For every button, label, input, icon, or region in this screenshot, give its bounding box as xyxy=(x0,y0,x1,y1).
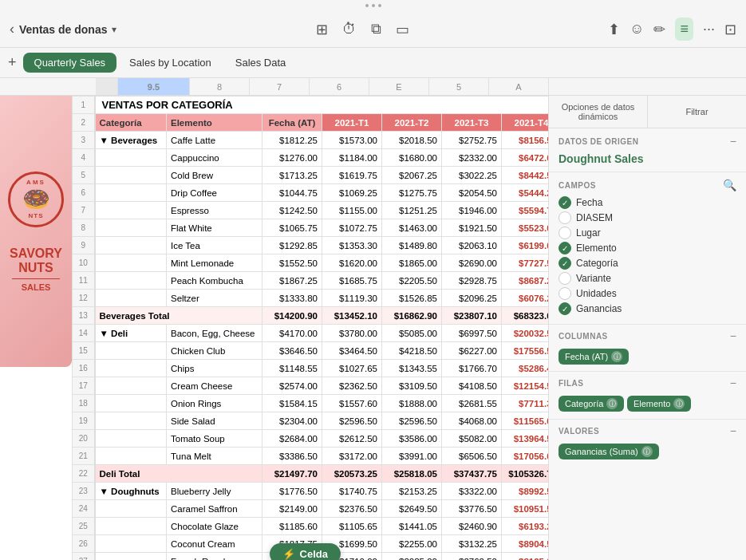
sidebar-icon[interactable]: ⊡ xyxy=(724,21,736,38)
table-row: 18Onion Rings$1584.15$1557.60$1888.00$26… xyxy=(73,395,549,412)
monitor-icon[interactable]: ▭ xyxy=(396,21,409,38)
chevron-icon[interactable]: ▾ xyxy=(112,24,116,35)
filas-elemento-info-icon[interactable]: ⓘ xyxy=(673,398,685,409)
clock-icon[interactable]: ⏱ xyxy=(342,21,357,37)
campo-field-categoría[interactable]: ✓Categoría xyxy=(559,257,736,270)
top-bar: ‹ Ventas de donas ▾ ⊞ ⏱ ⧉ ▭ ⬆ ☺ ✏ ≡ ··· … xyxy=(0,11,746,48)
table-row: 21Tuna Melt$3386.50$3172.00$3991.00$6506… xyxy=(73,448,549,465)
table-row: 17Cream Cheese$2574.00$2362.50$3109.50$4… xyxy=(73,377,549,395)
dynamic-data-options-button[interactable]: Opciones de datos dinámicos xyxy=(549,96,648,128)
columnas-tag-fecha[interactable]: Fecha (AT) ⓘ xyxy=(559,349,629,365)
table-row: 14▼ DeliBacon, Egg, Cheese$4170.00$3780.… xyxy=(73,325,549,342)
columnas-section: COLUMNAS − Fecha (AT) ⓘ xyxy=(549,325,746,372)
field-label-elemento: Elemento xyxy=(576,243,617,254)
table-row: 5Cold Brew$1713.25$1619.75$2067.25$3022.… xyxy=(73,167,549,184)
share-icon[interactable]: ⬆ xyxy=(608,21,620,38)
field-check-ganancias[interactable]: ✓ xyxy=(559,302,571,315)
spreadsheet-table: 1 VENTAS POR CATEGORÍA 2 Categoría Eleme… xyxy=(72,96,548,560)
table-row: 1 VENTAS POR CATEGORÍA xyxy=(73,97,549,114)
table-row: 25Chocolate Glaze$1185.60$1105.65$1441.0… xyxy=(73,518,549,535)
table-row: 23▼ DoughnutsBlueberry Jelly$1776.50$174… xyxy=(73,483,549,500)
copy-icon[interactable]: ⧉ xyxy=(371,21,381,37)
brush-icon[interactable]: ✏ xyxy=(653,21,665,38)
campos-fields: ✓FechaDIASEMLugar✓Elemento✓CategoríaVari… xyxy=(559,196,736,315)
valores-collapse-icon[interactable]: − xyxy=(730,424,736,437)
campo-field-lugar[interactable]: Lugar xyxy=(559,227,736,239)
table-row: 4Cappuccino$1276.00$1184.00$1680.00$2332… xyxy=(73,149,549,167)
tab-sales-data[interactable]: Sales Data xyxy=(224,53,298,73)
table-row: 13Beverages Total$14200.90$13452.10$1686… xyxy=(73,307,549,325)
campos-search-icon[interactable]: 🔍 xyxy=(723,179,736,191)
table-row: 10Mint Lemonade$1552.50$1620.00$1865.00$… xyxy=(73,254,549,272)
field-label-diasem: DIASEM xyxy=(576,212,613,223)
table-row: 6Drip Coffee$1044.75$1069.25$1275.75$205… xyxy=(73,184,549,202)
datos-origen-section: DATOS DE ORIGEN − Doughnut Sales xyxy=(549,128,746,172)
field-label-ganancias: Ganancias xyxy=(576,303,622,314)
filas-section: FILAS − Categoría ⓘ Elemento ⓘ xyxy=(549,372,746,420)
field-check-lugar[interactable] xyxy=(559,227,571,239)
field-label-categoría: Categoría xyxy=(576,258,618,269)
logo-overlay: AMS 🍩 NTS SAVORY NUTS SALES xyxy=(0,96,72,367)
filas-categoria-info-icon[interactable]: ⓘ xyxy=(606,398,618,409)
add-tab-button[interactable]: + xyxy=(8,54,17,71)
filas-tag-categoria[interactable]: Categoría ⓘ xyxy=(559,396,624,412)
campo-field-elemento[interactable]: ✓Elemento xyxy=(559,242,736,254)
app-title: Ventas de donas xyxy=(19,23,107,36)
top-bar-left: ‹ Ventas de donas ▾ xyxy=(10,21,116,37)
tab-quarterly-sales[interactable]: Quarterly Sales xyxy=(23,53,117,73)
table-icon[interactable]: ⊞ xyxy=(316,21,328,38)
sheet-area: AMS 🍩 NTS SAVORY NUTS SALES 1 VENTAS POR… xyxy=(0,96,548,560)
data-rows-container: 3▼ BeveragesCaffe Latte$1812.25$1573.00$… xyxy=(72,131,548,560)
more-icon[interactable]: ··· xyxy=(703,21,715,37)
field-check-diasem[interactable] xyxy=(559,211,571,224)
valores-tag-ganancias[interactable]: Ganancias (Suma) ⓘ xyxy=(559,444,659,459)
filas-tag-elemento[interactable]: Elemento ⓘ xyxy=(627,396,691,412)
campos-section: CAMPOS 🔍 ✓FechaDIASEMLugar✓Elemento✓Cate… xyxy=(549,172,746,325)
top-bar-center: ⊞ ⏱ ⧉ ▭ xyxy=(316,21,409,38)
campo-field-ganancias[interactable]: ✓Ganancias xyxy=(559,302,736,315)
table-row: 24Caramel Saffron$2149.00$2376.50$2649.5… xyxy=(73,500,549,518)
back-icon[interactable]: ‹ xyxy=(10,21,14,37)
filas-collapse-icon[interactable]: − xyxy=(730,377,736,389)
right-panel: Opciones de datos dinámicos Filtrar DATO… xyxy=(548,96,746,560)
panel-top-buttons: Opciones de datos dinámicos Filtrar xyxy=(549,96,746,128)
table-row: 9Ice Tea$1292.85$1353.30$1489.80$2063.10… xyxy=(73,237,549,254)
datos-origen-collapse-icon[interactable]: − xyxy=(730,135,736,148)
campo-field-unidades[interactable]: Unidades xyxy=(559,287,736,300)
celda-icon: ⚡ xyxy=(282,548,295,560)
tab-sales-by-location[interactable]: Sales by Location xyxy=(118,53,223,73)
field-check-fecha[interactable]: ✓ xyxy=(559,196,571,209)
field-label-fecha: Fecha xyxy=(576,197,602,208)
field-check-unidades[interactable] xyxy=(559,287,571,300)
chart-active-icon[interactable]: ≡ xyxy=(675,18,693,41)
table-row: 11Peach Kombucha$1867.25$1685.75$2205.50… xyxy=(73,272,549,290)
celda-button[interactable]: ⚡ Celda xyxy=(270,543,341,560)
table-row: 22Deli Total$21497.70$20573.25$25818.05$… xyxy=(73,465,549,483)
logo-circle: AMS 🍩 NTS xyxy=(8,172,64,227)
filter-button[interactable]: Filtrar xyxy=(648,96,746,128)
field-label-lugar: Lugar xyxy=(576,227,601,239)
campo-field-fecha[interactable]: ✓Fecha xyxy=(559,196,736,209)
columnas-collapse-icon[interactable]: − xyxy=(730,329,736,342)
header-row: 2 Categoría Elemento Fecha (AT) 2021-T1 … xyxy=(73,114,549,132)
table-row: 16Chips$1148.55$1027.65$1343.55$1766.70$… xyxy=(73,360,549,377)
main-area: AMS 🍩 NTS SAVORY NUTS SALES 1 VENTAS POR… xyxy=(0,96,746,560)
valores-ganancias-info-icon[interactable]: ⓘ xyxy=(641,446,653,457)
columnas-tag-info-icon[interactable]: ⓘ xyxy=(611,351,622,362)
field-check-variante[interactable] xyxy=(559,272,571,285)
table-row: 8Flat White$1065.75$1072.75$1463.00$1921… xyxy=(73,219,549,237)
table-row: 3▼ BeveragesCaffe Latte$1812.25$1573.00$… xyxy=(73,132,549,149)
campo-field-diasem[interactable]: DIASEM xyxy=(559,211,736,224)
valores-section: VALORES − Ganancias (Suma) ⓘ xyxy=(549,420,746,466)
tab-bar: + Quarterly Sales Sales by Location Sale… xyxy=(0,48,746,78)
source-name: Doughnut Sales xyxy=(559,152,736,165)
table-row: 20Tomato Soup$2684.00$2612.50$3586.00$50… xyxy=(73,430,549,448)
campo-field-variante[interactable]: Variante xyxy=(559,272,736,285)
table-row: 19Side Salad$2304.00$2596.50$2596.50$406… xyxy=(73,412,549,430)
field-check-categoría[interactable]: ✓ xyxy=(559,257,571,270)
emoji-icon[interactable]: ☺ xyxy=(630,21,644,37)
field-check-elemento[interactable]: ✓ xyxy=(559,242,571,254)
column-ruler: 9.5 8 7 6 E 5 A xyxy=(0,78,746,96)
top-bar-right: ⬆ ☺ ✏ ≡ ··· ⊡ xyxy=(608,18,736,41)
field-label-unidades: Unidades xyxy=(576,288,617,299)
